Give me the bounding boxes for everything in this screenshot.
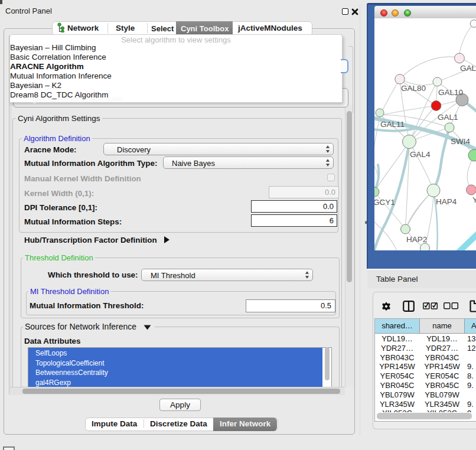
svg-text:SWI4: SWI4	[451, 137, 470, 146]
svg-text:GAL11: GAL11	[380, 120, 405, 129]
svg-text:GAL80: GAL80	[401, 84, 426, 93]
svg-text:GAL4: GAL4	[410, 150, 431, 159]
svg-text:GCY1: GCY1	[374, 198, 395, 207]
svg-text:Y: Y	[472, 195, 476, 204]
svg-text:HAP4: HAP4	[436, 197, 457, 206]
svg-text:GAL1: GAL1	[438, 113, 458, 122]
svg-text:HAP2: HAP2	[406, 235, 427, 244]
svg-text:GAL7: GAL7	[460, 64, 476, 73]
svg-text:GAL10: GAL10	[438, 88, 463, 97]
